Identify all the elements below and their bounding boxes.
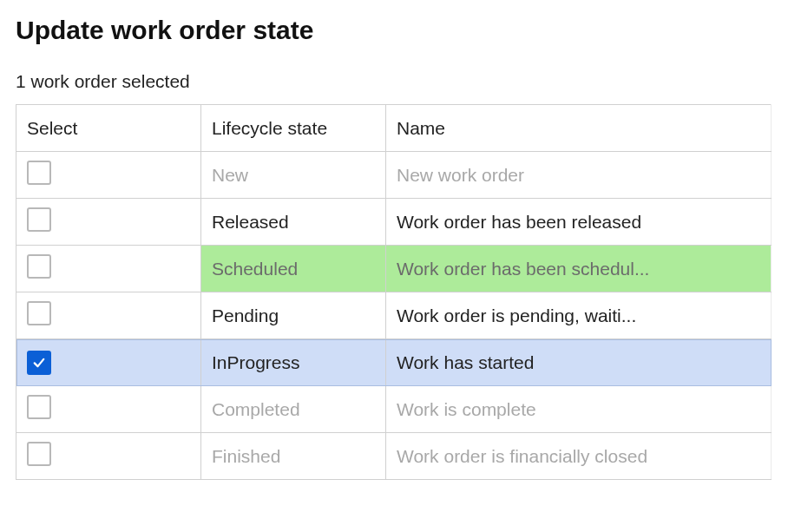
selection-count-label: 1 work order selected bbox=[16, 71, 772, 92]
select-cell bbox=[16, 199, 201, 246]
name-cell: Work has started bbox=[386, 339, 772, 386]
row-checkbox[interactable] bbox=[27, 301, 51, 325]
table-row[interactable]: PendingWork order is pending, waiti... bbox=[16, 292, 772, 339]
select-cell bbox=[16, 292, 201, 339]
table-row[interactable]: FinishedWork order is financially closed bbox=[16, 433, 772, 480]
table-row[interactable]: CompletedWork is complete bbox=[16, 386, 772, 433]
table-row[interactable]: ScheduledWork order has been schedul... bbox=[16, 246, 772, 292]
name-cell: Work order is financially closed bbox=[386, 433, 772, 480]
table-row[interactable]: NewNew work order bbox=[16, 152, 772, 199]
lifecycle-state-cell: New bbox=[201, 152, 386, 199]
row-checkbox[interactable] bbox=[27, 161, 51, 185]
row-checkbox[interactable] bbox=[27, 207, 51, 232]
page-title: Update work order state bbox=[16, 16, 772, 45]
select-cell bbox=[16, 246, 201, 292]
lifecycle-state-cell: InProgress bbox=[201, 339, 386, 386]
lifecycle-state-table: Select Lifecycle state Name NewNew work … bbox=[16, 104, 772, 480]
name-cell: New work order bbox=[386, 152, 772, 199]
row-checkbox[interactable] bbox=[27, 351, 51, 375]
lifecycle-state-cell: Completed bbox=[201, 386, 386, 433]
lifecycle-state-cell: Scheduled bbox=[201, 246, 386, 292]
column-header-state[interactable]: Lifecycle state bbox=[201, 105, 386, 152]
lifecycle-state-cell: Pending bbox=[201, 292, 386, 339]
lifecycle-state-cell: Released bbox=[201, 199, 386, 246]
name-cell: Work order has been schedul... bbox=[386, 246, 772, 292]
select-cell bbox=[16, 152, 201, 199]
name-cell: Work order has been released bbox=[386, 199, 772, 246]
lifecycle-state-cell: Finished bbox=[201, 433, 386, 480]
name-cell: Work is complete bbox=[386, 386, 772, 433]
select-cell bbox=[16, 433, 201, 480]
row-checkbox[interactable] bbox=[27, 395, 51, 419]
table-row[interactable]: ReleasedWork order has been released bbox=[16, 199, 772, 246]
select-cell bbox=[16, 339, 201, 386]
table-row[interactable]: InProgressWork has started bbox=[16, 339, 772, 386]
row-checkbox[interactable] bbox=[27, 254, 51, 279]
update-work-order-state-panel: Update work order state 1 work order sel… bbox=[0, 0, 788, 480]
table-header-row: Select Lifecycle state Name bbox=[16, 105, 772, 152]
column-header-name[interactable]: Name bbox=[386, 105, 772, 152]
name-cell: Work order is pending, waiti... bbox=[386, 292, 772, 339]
row-checkbox[interactable] bbox=[27, 442, 51, 466]
check-icon bbox=[31, 355, 47, 371]
column-header-select[interactable]: Select bbox=[16, 105, 201, 152]
select-cell bbox=[16, 386, 201, 433]
